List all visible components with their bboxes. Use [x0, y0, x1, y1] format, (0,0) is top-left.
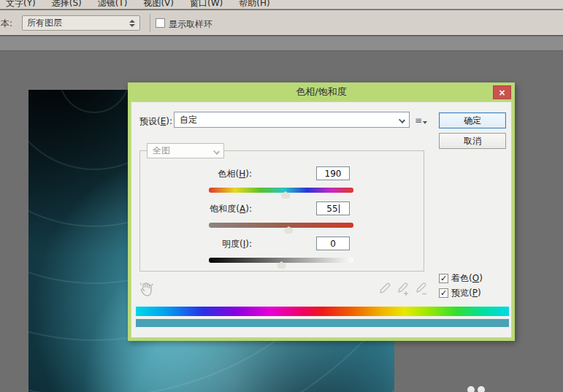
- dot-icon: [467, 386, 475, 392]
- dialog-titlebar[interactable]: 色相/饱和度: [128, 82, 515, 101]
- eyedropper-plus-icon: [395, 283, 410, 296]
- lightness-label: 明度(I):: [201, 238, 252, 250]
- options-bar: 本: 所有图层 显示取样环: [0, 10, 563, 36]
- channel-dropdown[interactable]: 全图: [147, 143, 224, 158]
- source-spectrum-bar: [136, 307, 509, 316]
- preview-row: ✓ 预览(P): [439, 287, 481, 299]
- lightness-slider[interactable]: [209, 258, 353, 263]
- preset-value: 自定: [180, 114, 197, 126]
- colorize-label: 着色(O): [451, 272, 483, 285]
- preview-checkbox[interactable]: ✓: [439, 288, 448, 298]
- eyedropper-icon: [377, 283, 391, 296]
- channel-groupbox: [139, 150, 424, 272]
- spinner-arrows-icon: [129, 20, 135, 27]
- eyedropper-minus-icon: [413, 283, 428, 296]
- saturation-label: 饱和度(A):: [190, 203, 252, 215]
- close-icon: ×: [498, 88, 505, 98]
- chevron-down-icon: [399, 117, 405, 123]
- colorize-checkbox[interactable]: ✓: [439, 274, 448, 283]
- preset-dropdown[interactable]: 自定: [174, 112, 410, 128]
- result-color-bar: [136, 319, 509, 327]
- targeted-adjustment-hand-icon[interactable]: [138, 281, 156, 297]
- menu-item-view[interactable]: 视图(V): [143, 0, 174, 9]
- menu-item-help[interactable]: 帮助(H): [239, 0, 269, 9]
- colorize-row: ✓ 着色(O): [439, 272, 483, 285]
- sample-layers-dropdown[interactable]: 所有图层: [22, 15, 140, 31]
- sample-label: 本:: [1, 18, 12, 30]
- menu-item-select[interactable]: 选择(S): [52, 0, 82, 9]
- menu-item-type[interactable]: 文字(Y): [6, 0, 36, 9]
- sampling-ring-checkbox[interactable]: [156, 18, 165, 28]
- chevron-down-icon: [213, 148, 220, 155]
- dialog-body: 预设(E): 自定 ≡ 确定 取消 全图 色相(H): 190 饱和度(A):: [131, 101, 512, 338]
- lightness-slider-thumb[interactable]: [277, 261, 286, 269]
- hue-value-input[interactable]: 190: [316, 166, 350, 180]
- preset-options-button[interactable]: ≡: [413, 114, 429, 127]
- channel-value: 全图: [153, 145, 170, 157]
- ok-button[interactable]: 确定: [439, 112, 506, 128]
- document-tab-strip: [0, 36, 563, 51]
- hue-slider[interactable]: [209, 188, 353, 193]
- hue-saturation-dialog: 色相/饱和度 × 预设(E): 自定 ≡ 确定 取消 全图 色相(H): 190: [128, 82, 515, 341]
- menu-item-window[interactable]: 窗口(W): [190, 0, 223, 9]
- hue-label: 色相(H):: [201, 168, 252, 180]
- preview-label: 预览(P): [451, 287, 481, 299]
- hue-slider-thumb[interactable]: [281, 191, 291, 199]
- lightness-value-input[interactable]: 0: [316, 237, 350, 250]
- preset-label: 预设(E):: [139, 115, 172, 128]
- sample-layers-value: 所有图层: [27, 17, 62, 29]
- dot-icon: [478, 386, 485, 392]
- dots-indicator: [467, 386, 485, 392]
- dialog-title: 色相/饱和度: [296, 85, 346, 99]
- sampling-ring-label: 显示取样环: [169, 18, 212, 31]
- text-caret: [339, 204, 340, 213]
- menu-bar: 文字(Y) 选择(S) 滤镜(T) 视图(V) 窗口(W) 帮助(H): [0, 0, 563, 9]
- toolbar-divider: [150, 14, 150, 32]
- preset-list-icon: ≡: [415, 115, 422, 126]
- menu-item-filter[interactable]: 滤镜(T): [98, 0, 128, 9]
- saturation-slider-thumb[interactable]: [284, 226, 294, 234]
- saturation-slider[interactable]: [209, 223, 353, 228]
- saturation-value-input[interactable]: 55: [316, 201, 350, 215]
- cancel-button[interactable]: 取消: [439, 133, 506, 149]
- close-button[interactable]: ×: [493, 85, 511, 99]
